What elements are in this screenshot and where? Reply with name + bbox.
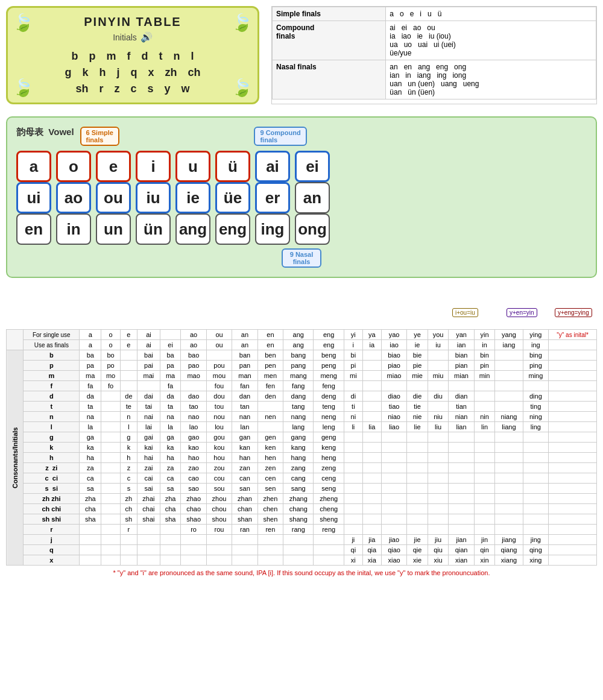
vowel-e: e xyxy=(96,151,131,182)
initials-grid: bpmfdtnl gkhjqxzhch shrzcsyw xyxy=(19,50,247,95)
finals-label-simple: Simple finals xyxy=(273,7,386,21)
vowel-un: un xyxy=(96,213,131,245)
table-row-s: s si sassaisasaosousansensangseng xyxy=(7,484,597,494)
single-use-row: For single use a o e ai ao ou an en ang … xyxy=(7,330,597,340)
table-row-h: h hahhaihahaohouhanhenhangheng xyxy=(7,453,597,463)
pinyin-card: 🍃 🍃 🍃 🍃 PINYIN TABLE Initials 🔊 bpmfdtnl… xyxy=(6,6,259,104)
y-note-label: "y" as inital* xyxy=(549,330,597,340)
vowel-ui: ui xyxy=(16,182,51,213)
table-row-z: z zi zazzaizazaozouzanzenzangzeng xyxy=(7,463,597,473)
vowel-an: an xyxy=(295,182,330,213)
consonants-side-label: Consonants/Initials xyxy=(7,350,24,566)
finals-row-compound: Compoundfinals ai ei ao ou ia iao ie iu … xyxy=(273,21,596,60)
vowel-labels-area: 6 Simplefinals 9 Compoundfinals xyxy=(80,127,587,146)
finals-content-nasal: an en ang eng ong ian in iang ing iong u… xyxy=(386,60,596,99)
vowel-a: a xyxy=(16,151,51,182)
table-row-t: t tatetaitataotoutantangtengtitiaotietia… xyxy=(7,402,597,412)
finals-row-simple: Simple finals a o e i u ü xyxy=(273,7,596,21)
iou-label: i+ou=iu xyxy=(452,308,478,317)
vowel-i: i xyxy=(136,151,171,182)
vowel-in: in xyxy=(56,213,91,245)
vowel-ü: ü xyxy=(215,151,250,182)
table-row-n: n nannainanaonounannennangnengniniaonien… xyxy=(7,412,597,422)
page-container: 🍃 🍃 🍃 🍃 PINYIN TABLE Initials 🔊 bpmfdtnl… xyxy=(6,6,597,576)
initials-row-3: shrzcsyw xyxy=(19,83,247,95)
combo-table: For single use a o e ai ao ou an en ang … xyxy=(6,329,597,566)
use-as-finals-row: Use as finals a o e ai ei ao ou an en an… xyxy=(7,340,597,350)
bottom-section: i+ou=iu y+en=yin y+eng=ying xyxy=(6,308,597,576)
table-row-r: r rrorouranrenrangreng xyxy=(7,525,597,535)
vowel-ang: ang xyxy=(175,213,210,245)
finals-content-simple: a o e i u ü xyxy=(386,7,596,21)
table-row-sh: sh shi shashshaishashaoshoushanshenshang… xyxy=(7,514,597,525)
vowel-üe: üe xyxy=(215,182,250,213)
vowel-ei: ei xyxy=(295,151,330,182)
table-row-k: k kakkaikakaokoukankenkangkeng xyxy=(7,443,597,453)
leaf-bl-icon: 🍃 xyxy=(13,78,34,98)
table-row-m: m mamomaimamaomoumanmenmangmengmimiaomie… xyxy=(7,371,597,381)
vowel-ou: ou xyxy=(96,182,131,213)
vowel-ing: ing xyxy=(255,213,290,245)
vowel-er: er xyxy=(255,182,290,213)
vowel-row-2: ui ao ou iu ie üe er an xyxy=(16,182,587,213)
row-label-b: b xyxy=(24,350,80,361)
initials-row-2: gkhjqxzhch xyxy=(19,66,247,79)
vowel-ao: ao xyxy=(56,182,91,213)
leaf-tr-icon: 🍃 xyxy=(232,13,253,33)
nasal-label-box: 9 Nasalfinals xyxy=(282,248,322,268)
vowel-section: 韵母表 Vowel 6 Simplefinals 9 Compoundfinal… xyxy=(6,116,597,278)
leaf-br-icon: 🍃 xyxy=(232,78,253,98)
finals-content-compound: ai ei ao ou ia iao ie iu (iou) ua uo uai… xyxy=(386,21,596,60)
finals-row-nasal: Nasal finals an en ang eng ong ian in ia… xyxy=(273,60,596,99)
for-single-use-label: For single use xyxy=(24,330,80,340)
compound-finals-label: 9 Compoundfinals xyxy=(254,127,306,146)
finals-table-container: Simple finals a o e i u ü Compoundfinals… xyxy=(271,6,597,104)
table-row-j: j jijiajiaojiejiujianjinjiangjing xyxy=(7,535,597,545)
pinyin-title: PINYIN TABLE xyxy=(19,15,247,29)
vowel-o: o xyxy=(56,151,91,182)
vowel-row-1: a o e i u ü ai ei xyxy=(16,151,587,182)
vowel-title: 韵母表 Vowel xyxy=(16,127,74,138)
table-row-d: d dadedaidadaodoudandendangdengdidiaodie… xyxy=(7,391,597,402)
table-row-f: f fafofafoufanfenfangfeng xyxy=(7,381,597,391)
leaf-tl-icon: 🍃 xyxy=(13,13,34,33)
vowel-row-3: en in un ün ang eng ing ong xyxy=(16,213,587,245)
table-row-x: x xixiaxiaoxiexiuxianxinxiangxing xyxy=(7,555,597,566)
table-row-l: l lallailalaoloulanlanglenglilialiaoliel… xyxy=(7,422,597,432)
vowel-en: en xyxy=(16,213,51,245)
table-row-zh: zh zhi zhazhzhaizhazhaozhouzhanzhenzhang… xyxy=(7,494,597,504)
initials-row-1: bpmfdtnl xyxy=(19,50,247,63)
vowel-u: u xyxy=(175,151,210,182)
table-row-c: c ci caccaicacaocoucancencangceng xyxy=(7,473,597,484)
table-row-g: g gaggaigagaogougangenganggeng xyxy=(7,432,597,443)
table-row-ch: ch chi chachchaichachaochouchanchenchang… xyxy=(7,504,597,514)
table-row-p: p papopaipapaopoupanpenpangpengpipiaopie… xyxy=(7,361,597,371)
pinyin-subtitle: Initials 🔊 xyxy=(19,31,247,43)
table-row-q: q qiqiaqiaoqieqiuqianqinqiangqing xyxy=(7,545,597,555)
table-row-b: Consonants/Initials b babobaibabaobanben… xyxy=(7,350,597,361)
yin-label: y+en=yin xyxy=(507,308,537,317)
use-as-finals-label: Use as finals xyxy=(24,340,80,350)
vowel-ai: ai xyxy=(255,151,290,182)
vowel-container: 韵母表 Vowel 6 Simplefinals 9 Compoundfinal… xyxy=(6,116,597,278)
simple-finals-label: 6 Simplefinals xyxy=(80,127,119,146)
finals-table: Simple finals a o e i u ü Compoundfinals… xyxy=(272,7,596,99)
vowel-ün: ün xyxy=(136,213,171,245)
footnote: * "y" and "i" are pronounced as the same… xyxy=(6,569,597,576)
ying-label: y+eng=ying xyxy=(555,308,592,317)
finals-label-compound: Compoundfinals xyxy=(273,21,386,60)
diagram-area: i+ou=iu y+en=yin y+eng=ying xyxy=(66,308,597,329)
single-use-label xyxy=(7,330,24,350)
vowel-ong: ong xyxy=(295,213,330,245)
nasal-finals-label: 9 Nasalfinals xyxy=(16,248,587,268)
vowel-ie: ie xyxy=(175,182,210,213)
vowel-eng: eng xyxy=(215,213,250,245)
finals-label-nasal: Nasal finals xyxy=(273,60,386,99)
vowel-header: 韵母表 Vowel 6 Simplefinals 9 Compoundfinal… xyxy=(16,127,587,146)
speaker-icon[interactable]: 🔊 xyxy=(140,31,153,43)
top-section: 🍃 🍃 🍃 🍃 PINYIN TABLE Initials 🔊 bpmfdtnl… xyxy=(6,6,597,104)
vowel-iu: iu xyxy=(136,182,171,213)
